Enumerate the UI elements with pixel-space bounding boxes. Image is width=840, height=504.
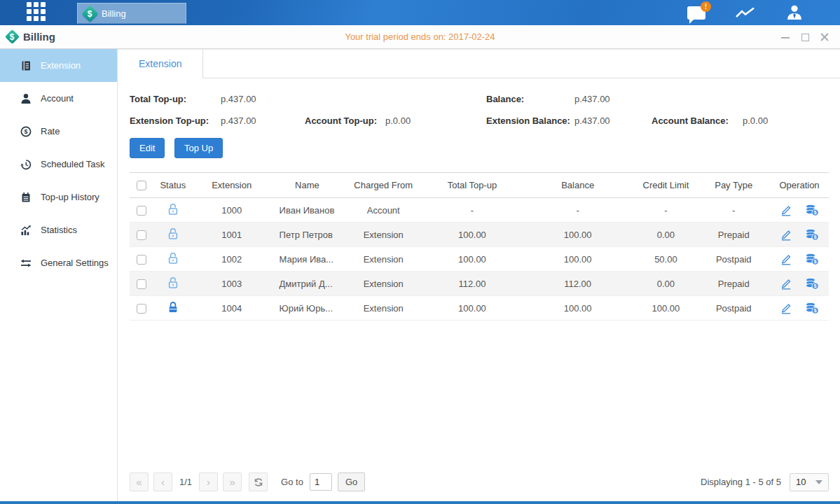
- cell-extension: 1002: [193, 247, 271, 272]
- extension-balance-value: p.437.00: [574, 115, 652, 126]
- tab-extension[interactable]: Extension: [118, 50, 203, 78]
- edit-button[interactable]: Edit: [130, 138, 165, 158]
- messages-button[interactable]: !: [687, 6, 705, 20]
- sidebar-item-account[interactable]: Account: [0, 82, 117, 115]
- row-checkbox[interactable]: [137, 279, 146, 289]
- sidebar-item-label: Scheduled Task: [41, 159, 105, 169]
- sidebar-item-topup-history[interactable]: Top-up History: [0, 181, 117, 214]
- cell-charged-from: Extension: [343, 247, 423, 272]
- extension-table: Status Extension Name Charged From Total…: [130, 172, 829, 321]
- coins-icon: $: [805, 253, 819, 265]
- ledger-icon: [20, 60, 32, 71]
- sidebar-item-extension[interactable]: Extension: [0, 49, 117, 82]
- billing-diamond-icon: $: [81, 5, 98, 22]
- chat-bubble-icon: !: [687, 6, 705, 20]
- top-up-row-button[interactable]: $: [805, 228, 819, 241]
- cell-extension: 1000: [193, 198, 271, 223]
- tab-bar: Extension: [118, 49, 840, 78]
- total-topup-value: p.437.00: [221, 94, 305, 104]
- window-bottom-edge: [0, 501, 840, 504]
- extension-topup-label: Extension Top-up:: [130, 115, 221, 126]
- top-up-button[interactable]: Top Up: [174, 138, 223, 158]
- line-chart-icon: [735, 6, 756, 20]
- statistics-button[interactable]: [735, 6, 756, 20]
- sidebar: Extension Account $ Rate Scheduled Task …: [0, 49, 118, 501]
- col-operation: Operation: [770, 173, 829, 198]
- system-topbar: $ Billing !: [0, 0, 840, 25]
- page-size-select[interactable]: 10: [790, 473, 829, 491]
- pencil-icon: [780, 277, 792, 290]
- extension-balance-label: Extension Balance:: [486, 115, 574, 126]
- extension-table-wrap: Status Extension Name Charged From Total…: [130, 172, 829, 321]
- cell-total-topup: 100.00: [423, 223, 521, 247]
- col-extension: Extension: [193, 173, 271, 198]
- taskbar-tab-billing[interactable]: $ Billing: [77, 3, 186, 24]
- top-up-row-button[interactable]: $: [805, 204, 819, 216]
- refresh-button[interactable]: [249, 472, 268, 491]
- row-checkbox[interactable]: [137, 206, 146, 216]
- prev-page-button[interactable]: ‹: [153, 472, 172, 491]
- row-checkbox[interactable]: [137, 304, 146, 314]
- topbar-actions: !: [687, 4, 804, 21]
- close-button[interactable]: [820, 33, 829, 41]
- user-account-button[interactable]: [785, 4, 804, 21]
- goto-page-input[interactable]: [310, 473, 332, 491]
- user-icon: [785, 4, 804, 21]
- top-up-row-button[interactable]: $: [805, 277, 819, 290]
- goto-label: Go to: [281, 477, 303, 487]
- edit-row-button[interactable]: [780, 277, 792, 290]
- top-up-row-button[interactable]: $: [805, 253, 819, 265]
- select-all-checkbox[interactable]: [137, 181, 146, 190]
- edit-row-button[interactable]: [780, 204, 792, 216]
- col-name: Name: [271, 173, 344, 198]
- person-icon: [20, 93, 32, 104]
- trial-period-notice: Your trial period ends on: 2017-02-24: [345, 31, 495, 42]
- top-up-row-button[interactable]: $: [805, 302, 819, 314]
- sidebar-item-scheduled-task[interactable]: Scheduled Task: [0, 148, 117, 181]
- next-page-button[interactable]: ›: [199, 472, 218, 491]
- edit-row-button[interactable]: [780, 302, 792, 314]
- first-page-button[interactable]: «: [130, 472, 149, 491]
- account-topup-value: p.0.00: [385, 115, 486, 126]
- cell-pay-type: Prepaid: [697, 223, 770, 247]
- cell-balance: -: [521, 198, 635, 223]
- col-charged-from: Charged From: [343, 173, 423, 198]
- coins-icon: $: [805, 228, 819, 241]
- cell-name: Дмитрий Д...: [271, 272, 344, 296]
- cell-balance: 100.00: [521, 296, 635, 321]
- coins-icon: $: [805, 302, 819, 314]
- coins-icon: $: [805, 277, 819, 290]
- billing-diamond-icon: $: [5, 29, 20, 44]
- col-pay-type: Pay Type: [697, 173, 770, 198]
- sidebar-item-label: Rate: [41, 126, 60, 136]
- stats-chart-icon: [20, 225, 32, 236]
- account-balance-label: Account Balance:: [652, 115, 743, 126]
- pencil-icon: [780, 204, 792, 216]
- total-topup-label: Total Top-up:: [130, 94, 221, 104]
- sidebar-item-statistics[interactable]: Statistics: [0, 214, 117, 246]
- row-checkbox[interactable]: [137, 255, 146, 265]
- sidebar-item-label: Extension: [41, 60, 81, 71]
- last-page-button[interactable]: »: [223, 472, 242, 491]
- pagination-bar: « ‹ 1/1 › » Go to Go Displaying 1 - 5 of…: [118, 472, 840, 501]
- edit-row-button[interactable]: [780, 228, 792, 241]
- sidebar-item-general-settings[interactable]: General Settings: [0, 246, 117, 279]
- maximize-button[interactable]: [801, 33, 809, 41]
- row-checkbox[interactable]: [137, 230, 146, 240]
- cell-extension: 1004: [193, 296, 271, 321]
- sidebar-item-rate[interactable]: $ Rate: [0, 115, 117, 148]
- chevron-down-icon: [815, 480, 822, 484]
- balance-value: p.437.00: [574, 94, 652, 104]
- pencil-icon: [780, 253, 792, 265]
- go-button[interactable]: Go: [338, 472, 365, 491]
- app-launcher-grid-icon[interactable]: [27, 2, 48, 23]
- history-clock-icon: [20, 159, 32, 170]
- cell-total-topup: 112.00: [423, 272, 521, 296]
- edit-row-button[interactable]: [780, 253, 792, 265]
- tab-label: Extension: [139, 58, 181, 69]
- col-credit-limit: Credit Limit: [635, 173, 698, 198]
- cell-name: Петр Петров: [271, 223, 344, 247]
- sidebar-item-label: Top-up History: [41, 192, 99, 202]
- minimize-button[interactable]: [781, 33, 790, 41]
- cell-name: Юрий Юрь...: [271, 296, 344, 321]
